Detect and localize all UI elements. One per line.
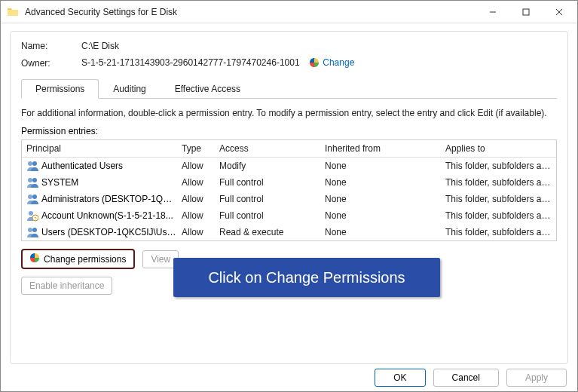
- owner-label: Owner:: [21, 58, 81, 69]
- svg-point-1: [28, 161, 32, 166]
- dialog-footer: OK Cancel Apply: [10, 364, 568, 387]
- svg-point-10: [28, 228, 32, 232]
- svg-point-6: [32, 194, 37, 199]
- client-area: Name: C:\E Disk Owner: S-1-5-21-17131439…: [1, 23, 577, 391]
- tab-permissions[interactable]: Permissions: [21, 79, 99, 99]
- owner-value: S-1-5-21-1713143903-2960142777-179747024…: [81, 57, 354, 69]
- cell-principal: Authenticated Users: [41, 161, 123, 171]
- window-title: Advanced Security Settings for E Disk: [25, 7, 476, 17]
- principal-icon: ?: [26, 210, 38, 222]
- maximize-button[interactable]: [509, 2, 543, 23]
- svg-point-7: [29, 211, 33, 216]
- cancel-button[interactable]: Cancel: [433, 369, 499, 387]
- table-row[interactable]: ?Account Unknown(S-1-5-21-18...AllowFull…: [22, 207, 556, 224]
- table-row[interactable]: Authenticated UsersAllowModifyNoneThis f…: [22, 158, 556, 174]
- svg-rect-0: [523, 9, 529, 15]
- change-permissions-button[interactable]: Change permissions: [21, 249, 135, 269]
- table-row[interactable]: Administrators (DESKTOP-1QKC...AllowFull…: [22, 191, 556, 207]
- cell-inherited: None: [320, 159, 441, 173]
- ok-button[interactable]: OK: [375, 369, 425, 387]
- principal-icon: [26, 193, 38, 205]
- svg-point-2: [32, 161, 37, 166]
- cell-applies: This folder, subfolders and files: [441, 225, 556, 239]
- cell-access: Read & execute: [215, 225, 320, 239]
- cell-principal: Users (DESKTOP-1QKC5IJ\Users): [41, 227, 177, 237]
- cell-inherited: None: [320, 209, 441, 222]
- cell-principal: Account Unknown(S-1-5-21-18...: [41, 210, 173, 221]
- cell-type: Allow: [177, 209, 215, 222]
- col-access[interactable]: Access: [215, 140, 320, 157]
- name-row: Name: C:\E Disk: [21, 41, 557, 51]
- grid-body: Authenticated UsersAllowModifyNoneThis f…: [22, 158, 556, 240]
- svg-point-5: [28, 194, 32, 199]
- col-principal[interactable]: Principal: [22, 140, 177, 157]
- cell-type: Allow: [177, 225, 215, 239]
- inner-panel: Name: C:\E Disk Owner: S-1-5-21-17131439…: [10, 31, 568, 364]
- shield-icon: [310, 58, 319, 69]
- grid-header: Principal Type Access Inherited from App…: [22, 140, 556, 158]
- permission-buttons: Change permissions View: [21, 249, 557, 269]
- principal-icon: [26, 176, 38, 188]
- enable-inheritance-button[interactable]: Enable inheritance: [21, 277, 112, 295]
- change-permissions-label: Change permissions: [44, 254, 126, 265]
- apply-button[interactable]: Apply: [506, 369, 567, 387]
- cell-applies: This folder, subfolders and files: [441, 176, 556, 189]
- table-row[interactable]: Users (DESKTOP-1QKC5IJ\Users)AllowRead &…: [22, 224, 556, 240]
- cell-access: Modify: [215, 159, 320, 173]
- close-button[interactable]: [543, 2, 576, 23]
- table-row[interactable]: SYSTEMAllowFull controlNoneThis folder, …: [22, 174, 556, 191]
- col-type[interactable]: Type: [177, 140, 215, 157]
- change-owner-link[interactable]: Change: [323, 57, 354, 68]
- entries-label: Permission entries:: [21, 126, 557, 136]
- folder-icon: [7, 6, 19, 18]
- tab-auditing[interactable]: Auditing: [99, 79, 160, 99]
- svg-point-3: [28, 178, 32, 182]
- col-inherited[interactable]: Inherited from: [320, 140, 441, 157]
- cell-applies: This folder, subfolders and files: [441, 209, 556, 222]
- cell-type: Allow: [177, 159, 215, 173]
- view-button[interactable]: View: [142, 250, 179, 268]
- titlebar: Advanced Security Settings for E Disk: [1, 1, 577, 23]
- cell-inherited: None: [320, 176, 441, 189]
- cell-applies: This folder, subfolders and files: [441, 159, 556, 173]
- owner-sid: S-1-5-21-1713143903-2960142777-179747024…: [81, 57, 300, 68]
- owner-row: Owner: S-1-5-21-1713143903-2960142777-17…: [21, 57, 557, 69]
- window: Advanced Security Settings for E Disk Na…: [0, 0, 578, 392]
- minimize-button[interactable]: [476, 2, 509, 23]
- tabs: Permissions Auditing Effective Access: [21, 78, 557, 99]
- cell-access: Full control: [215, 192, 320, 206]
- principal-icon: [26, 160, 38, 172]
- name-label: Name:: [21, 41, 81, 51]
- principal-icon: [26, 226, 38, 238]
- tab-effective-access[interactable]: Effective Access: [161, 79, 255, 99]
- col-applies[interactable]: Applies to: [441, 140, 556, 157]
- cell-principal: Administrators (DESKTOP-1QKC...: [41, 194, 177, 204]
- permissions-grid: Principal Type Access Inherited from App…: [21, 139, 557, 241]
- cell-access: Full control: [215, 176, 320, 189]
- svg-point-4: [32, 178, 37, 182]
- cell-type: Allow: [177, 192, 215, 206]
- name-value: C:\E Disk: [81, 41, 119, 51]
- cell-applies: This folder, subfolders and files: [441, 192, 556, 206]
- shield-icon: [30, 253, 39, 265]
- info-text: For additional information, double-click…: [21, 108, 557, 118]
- cell-inherited: None: [320, 192, 441, 206]
- cell-principal: SYSTEM: [41, 177, 78, 188]
- svg-point-11: [32, 228, 37, 232]
- cell-type: Allow: [177, 176, 215, 189]
- inheritance-buttons: Enable inheritance: [21, 277, 557, 295]
- cell-inherited: None: [320, 225, 441, 239]
- cell-access: Full control: [215, 209, 320, 222]
